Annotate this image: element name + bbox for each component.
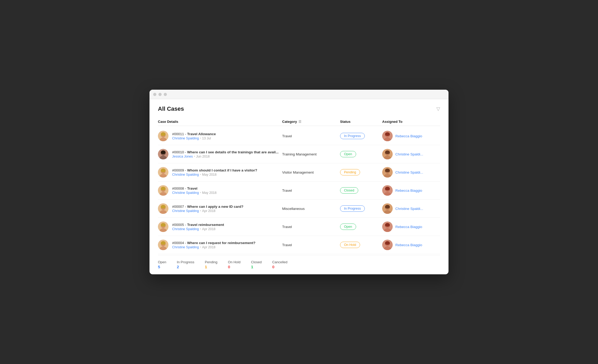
traffic-light-minimize[interactable] xyxy=(158,93,162,96)
status-badge: Open xyxy=(340,224,356,230)
status-badge: Open xyxy=(340,151,356,157)
case-date: May 2018 xyxy=(202,191,217,195)
assigned-link[interactable]: Christine Spaldi... xyxy=(395,152,423,156)
footer-stat-value: 0 xyxy=(228,265,241,269)
footer-stat-value: 5 xyxy=(158,265,166,269)
submitter-link[interactable]: Jessica Jones xyxy=(172,155,193,158)
submitter-avatar xyxy=(158,203,168,214)
assigned-cell: Christine Spaldi... xyxy=(382,203,440,214)
table-row[interactable]: #00009 - Whom should I contact if I have… xyxy=(158,163,440,181)
status-badge: Pending xyxy=(340,169,360,175)
assigned-link[interactable]: Rebecca Biaggio xyxy=(395,243,422,247)
category-cell: Travel xyxy=(282,225,340,229)
page-header: All Cases ▽ xyxy=(158,105,440,112)
svg-point-46 xyxy=(161,188,162,190)
submitter-link[interactable]: Christine Spalding xyxy=(172,191,199,195)
dot-separator: • xyxy=(200,191,201,195)
submitter-avatar xyxy=(158,185,168,196)
assigned-link[interactable]: Rebecca Biaggio xyxy=(395,189,422,193)
case-details-cell: #00007 - Where can I apply a new ID card… xyxy=(158,203,282,214)
table-row[interactable]: #00008 - Travel Christine Spalding • May… xyxy=(158,181,440,200)
case-info: #00007 - Where can I apply a new ID card… xyxy=(172,205,243,213)
footer-stat: Cancelled 0 xyxy=(272,260,287,269)
traffic-light-close[interactable] xyxy=(153,93,156,96)
svg-point-32 xyxy=(161,169,162,172)
table-row[interactable]: #00007 - Where can I apply a new ID card… xyxy=(158,200,440,218)
svg-point-95 xyxy=(385,242,387,245)
category-cell: Travel xyxy=(282,243,340,247)
svg-point-61 xyxy=(164,206,166,208)
table-header: Case Details Category ☰ Status Assigned … xyxy=(158,118,440,126)
assigned-cell: Christine Spaldi... xyxy=(382,149,440,159)
submitter-link[interactable]: Christine Spalding xyxy=(172,209,199,213)
status-badge: On Hold xyxy=(340,242,360,248)
case-info: #00011 - Travel Allowance Christine Spal… xyxy=(172,132,216,140)
assigned-link[interactable]: Christine Spaldi... xyxy=(395,170,423,174)
case-number: #00008 - Travel xyxy=(172,186,217,190)
case-date: 13 Jul xyxy=(202,136,211,140)
case-meta: Christine Spalding • Apr 2018 xyxy=(172,209,243,213)
traffic-light-maximize[interactable] xyxy=(164,93,167,96)
footer-stat-label: Open xyxy=(158,260,166,264)
submitter-avatar xyxy=(158,149,168,159)
assigned-avatar xyxy=(382,203,393,214)
category-filter-icon[interactable]: ☰ xyxy=(298,120,301,124)
category-cell: Visitor Management xyxy=(282,170,340,174)
footer-stat-value: 0 xyxy=(272,265,287,269)
submitter-link[interactable]: Christine Spalding xyxy=(172,245,199,249)
col-header-case-details: Case Details xyxy=(158,120,282,124)
filter-icon[interactable]: ▽ xyxy=(436,106,440,112)
svg-point-5 xyxy=(164,133,166,136)
submitter-link[interactable]: Christine Spalding xyxy=(172,227,199,231)
main-window: All Cases ▽ Case Details Category ☰ Stat… xyxy=(150,90,448,274)
case-meta: Christine Spalding • Apr 2018 xyxy=(172,245,256,249)
case-number: #00009 - Whom should I contact if I have… xyxy=(172,168,257,172)
svg-point-68 xyxy=(388,206,390,208)
svg-point-60 xyxy=(161,206,162,208)
submitter-link[interactable]: Christine Spalding xyxy=(172,173,199,176)
assigned-link[interactable]: Christine Spaldi... xyxy=(395,207,423,211)
footer-stat-value: 2 xyxy=(177,265,194,269)
table-row[interactable]: #00011 - Travel Allowance Christine Spal… xyxy=(158,127,440,145)
table-body: #00011 - Travel Allowance Christine Spal… xyxy=(158,127,440,254)
footer-stat-label: In Progress xyxy=(177,260,194,264)
submitter-avatar xyxy=(158,131,168,141)
table-row[interactable]: #00004 - Where can I request for reimbur… xyxy=(158,236,440,254)
status-cell: In Progress xyxy=(340,133,382,139)
case-meta: Christine Spalding • May 2018 xyxy=(172,191,217,195)
case-details-cell: #00008 - Travel Christine Spalding • May… xyxy=(158,185,282,196)
submitter-avatar xyxy=(158,167,168,178)
case-details-cell: #00009 - Whom should I contact if I have… xyxy=(158,167,282,178)
table-row[interactable]: #00005 - Travel reimbursement Christine … xyxy=(158,218,440,236)
footer-stat-label: On Hold xyxy=(228,260,241,264)
footer-stat-value: 1 xyxy=(205,265,217,269)
col-header-status: Status xyxy=(340,120,382,124)
case-number: #00005 - Travel reimbursement xyxy=(172,223,224,227)
submitter-avatar xyxy=(158,221,168,232)
category-cell: Travel xyxy=(282,189,340,193)
submitter-avatar xyxy=(158,240,168,250)
svg-point-75 xyxy=(164,224,166,226)
status-cell: Closed xyxy=(340,187,382,194)
footer-stat: On Hold 0 xyxy=(228,260,241,269)
case-date: May 2018 xyxy=(202,173,217,176)
footer-stat: Pending 1 xyxy=(205,260,217,269)
svg-point-39 xyxy=(385,169,387,172)
col-header-category: Category ☰ xyxy=(282,120,340,124)
svg-point-89 xyxy=(164,242,166,245)
footer-stat-value: 1 xyxy=(251,265,262,269)
table-row[interactable]: #00010 - Where can I see details of the … xyxy=(158,145,440,163)
status-badge: Closed xyxy=(340,187,358,194)
case-number: #00010 - Where can I see details of the … xyxy=(172,150,278,154)
footer-stat-label: Cancelled xyxy=(272,260,287,264)
svg-point-40 xyxy=(388,169,390,172)
status-cell: Open xyxy=(340,224,382,230)
assigned-link[interactable]: Rebecca Biaggio xyxy=(395,134,422,138)
svg-point-4 xyxy=(161,133,162,136)
svg-point-53 xyxy=(385,188,387,190)
page-title: All Cases xyxy=(158,105,184,112)
case-meta: Christine Spalding • 13 Jul xyxy=(172,136,216,140)
assigned-link[interactable]: Rebecca Biaggio xyxy=(395,225,422,229)
col-header-assigned: Assigned To xyxy=(382,120,440,124)
submitter-link[interactable]: Christine Spalding xyxy=(172,136,199,140)
